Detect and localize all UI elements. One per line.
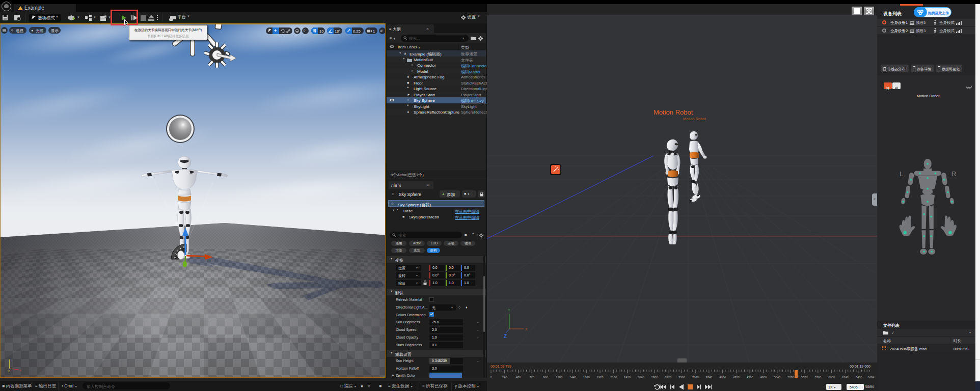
svg-text:1920: 1920 [597,376,604,379]
svg-text:3120: 3120 [665,376,671,379]
svg-text:2880: 2880 [651,376,658,379]
svg-text:Y: Y [508,309,510,312]
svg-text:3840: 3840 [705,376,712,379]
svg-text:5520: 5520 [801,376,808,379]
svg-text:4320: 4320 [733,376,740,379]
svg-text:X: X [525,327,528,331]
svg-text:Z: Z [504,333,507,339]
svg-text:5760: 5760 [814,376,821,379]
svg-text:480: 480 [516,376,521,379]
svg-text:6480: 6480 [856,376,862,379]
svg-text:5280: 5280 [787,376,794,379]
svg-text:2400: 2400 [624,376,631,379]
svg-text:720: 720 [529,376,534,379]
svg-text:x: x [20,369,21,372]
svg-text:1680: 1680 [583,376,590,379]
svg-text:3360: 3360 [678,376,685,379]
svg-text:3600: 3600 [692,376,699,379]
svg-text:Y: Y [8,370,10,373]
svg-text:1440: 1440 [569,376,576,379]
svg-text:6240: 6240 [842,376,849,379]
svg-text:5040: 5040 [774,376,780,379]
svg-text:6000: 6000 [828,376,835,379]
svg-text:4800: 4800 [760,376,767,379]
svg-text:2160: 2160 [610,376,617,379]
svg-text:6694: 6694 [868,376,875,379]
svg-text:4080: 4080 [719,376,726,379]
svg-text:1200: 1200 [556,376,562,379]
svg-text:960: 960 [543,376,548,379]
svg-text:2640: 2640 [638,376,644,379]
svg-text:4560: 4560 [747,376,753,379]
svg-text:0: 0 [490,376,492,379]
svg-text:240: 240 [502,376,507,379]
